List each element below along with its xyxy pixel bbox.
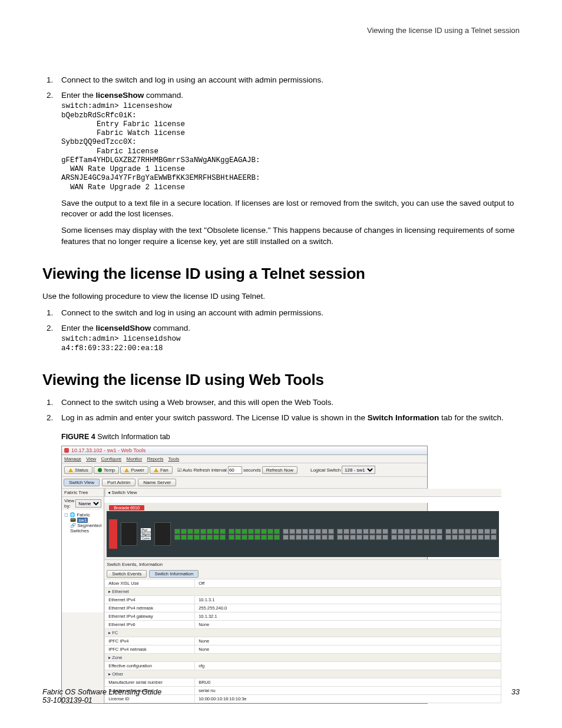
- switch-port[interactable]: [242, 535, 247, 540]
- switch-port[interactable]: [213, 535, 219, 540]
- switch-port[interactable]: [430, 535, 436, 540]
- switch-port[interactable]: [465, 529, 471, 534]
- switch-port[interactable]: [343, 529, 349, 534]
- switch-port[interactable]: [369, 535, 375, 540]
- switch-port[interactable]: [296, 535, 302, 540]
- switch-port[interactable]: [484, 535, 490, 540]
- switch-port[interactable]: [452, 535, 458, 540]
- switch-port[interactable]: [315, 535, 321, 540]
- switch-port[interactable]: [242, 529, 247, 534]
- switch-port[interactable]: [478, 535, 484, 540]
- auto-refresh-input[interactable]: [228, 466, 242, 474]
- temp-button[interactable]: Temp: [94, 466, 120, 474]
- section-ethernet[interactable]: ▸ Ethernet: [105, 588, 501, 596]
- tree-segmented[interactable]: 🔗 Segmented Switches: [64, 523, 101, 533]
- switch-port[interactable]: [174, 535, 180, 540]
- tab-switch-information[interactable]: Switch Information: [149, 570, 199, 578]
- switch-port[interactable]: [283, 529, 289, 534]
- menu-reports[interactable]: Reports: [147, 456, 163, 462]
- switch-port[interactable]: [458, 529, 464, 534]
- switch-port[interactable]: [471, 529, 477, 534]
- section-fc[interactable]: ▸ FC: [105, 629, 501, 637]
- switch-port[interactable]: [194, 529, 200, 534]
- menu-configure[interactable]: Configure: [101, 456, 122, 462]
- switch-port[interactable]: [267, 535, 273, 540]
- tab-switch-view[interactable]: Switch View: [64, 479, 100, 486]
- switch-port[interactable]: [445, 529, 451, 534]
- switch-port[interactable]: [491, 529, 497, 534]
- switch-port[interactable]: [181, 529, 187, 534]
- menu-monitor[interactable]: Monitor: [127, 456, 143, 462]
- switch-port[interactable]: [194, 535, 200, 540]
- switch-port[interactable]: [174, 529, 180, 534]
- switch-port[interactable]: [478, 529, 484, 534]
- switch-port[interactable]: [220, 529, 226, 534]
- switch-port[interactable]: [322, 529, 328, 534]
- status-button[interactable]: Status: [64, 466, 92, 474]
- switch-port[interactable]: [328, 529, 334, 534]
- switch-port[interactable]: [411, 535, 416, 540]
- switch-port[interactable]: [391, 529, 397, 534]
- tab-switch-events[interactable]: Switch Events: [107, 570, 147, 578]
- menu-bar[interactable]: Manage View Configure Monitor Reports To…: [62, 455, 427, 463]
- switch-port[interactable]: [229, 535, 234, 540]
- view-by-select[interactable]: Name: [75, 499, 101, 508]
- switch-port[interactable]: [200, 529, 206, 534]
- switch-port[interactable]: [261, 529, 267, 534]
- switch-port[interactable]: [424, 529, 429, 534]
- switch-port[interactable]: [391, 535, 397, 540]
- switch-port[interactable]: [254, 535, 260, 540]
- switch-port[interactable]: [376, 529, 382, 534]
- switch-port[interactable]: [437, 535, 442, 540]
- switch-port[interactable]: [343, 535, 349, 540]
- menu-view[interactable]: View: [86, 456, 96, 462]
- switch-port[interactable]: [465, 535, 471, 540]
- switch-port[interactable]: [417, 535, 423, 540]
- switch-port[interactable]: [207, 529, 213, 534]
- switch-port[interactable]: [213, 529, 219, 534]
- switch-port[interactable]: [220, 535, 226, 540]
- switch-port[interactable]: [337, 535, 343, 540]
- menu-manage[interactable]: Manage: [64, 456, 81, 462]
- switch-port[interactable]: [398, 535, 404, 540]
- switch-port[interactable]: [350, 535, 356, 540]
- switch-port[interactable]: [452, 529, 458, 534]
- switch-port[interactable]: [200, 535, 206, 540]
- auto-refresh-check[interactable]: ☑: [177, 467, 181, 473]
- switch-port[interactable]: [350, 529, 356, 534]
- refresh-now-button[interactable]: Refresh Now: [262, 466, 297, 474]
- switch-port[interactable]: [274, 529, 280, 534]
- switch-port[interactable]: [289, 529, 295, 534]
- switch-port[interactable]: [437, 529, 442, 534]
- fabric-tree[interactable]: 🌐 Fabric 📟 sw1 🔗 Segmented Switches: [62, 510, 104, 612]
- switch-port[interactable]: [404, 535, 410, 540]
- power-button[interactable]: Power: [120, 466, 148, 474]
- switch-port[interactable]: [322, 535, 328, 540]
- switch-port[interactable]: [491, 535, 497, 540]
- switch-port[interactable]: [411, 529, 416, 534]
- switch-port[interactable]: [382, 535, 388, 540]
- switch-port[interactable]: [356, 535, 362, 540]
- switch-port[interactable]: [417, 529, 423, 534]
- switch-port[interactable]: [187, 529, 193, 534]
- switch-port[interactable]: [328, 535, 334, 540]
- switch-port[interactable]: [309, 535, 315, 540]
- switch-port[interactable]: [363, 535, 369, 540]
- switch-port[interactable]: [248, 535, 254, 540]
- switch-port[interactable]: [363, 529, 369, 534]
- switch-port[interactable]: [296, 529, 302, 534]
- section-zone[interactable]: ▸ Zone: [105, 654, 501, 662]
- switch-port[interactable]: [315, 529, 321, 534]
- logical-switch-select[interactable]: 128 - sw1: [342, 466, 375, 474]
- switch-port[interactable]: [302, 529, 308, 534]
- switch-port[interactable]: [376, 535, 382, 540]
- switch-port[interactable]: [458, 535, 464, 540]
- switch-port[interactable]: [267, 529, 273, 534]
- menu-tools[interactable]: Tools: [168, 456, 180, 462]
- switch-port[interactable]: [302, 535, 308, 540]
- switch-port[interactable]: [369, 529, 375, 534]
- section-other[interactable]: ▸ Other: [105, 670, 501, 678]
- switch-port[interactable]: [289, 535, 295, 540]
- switch-port[interactable]: [229, 529, 234, 534]
- tab-port-admin[interactable]: Port Admin: [102, 479, 135, 486]
